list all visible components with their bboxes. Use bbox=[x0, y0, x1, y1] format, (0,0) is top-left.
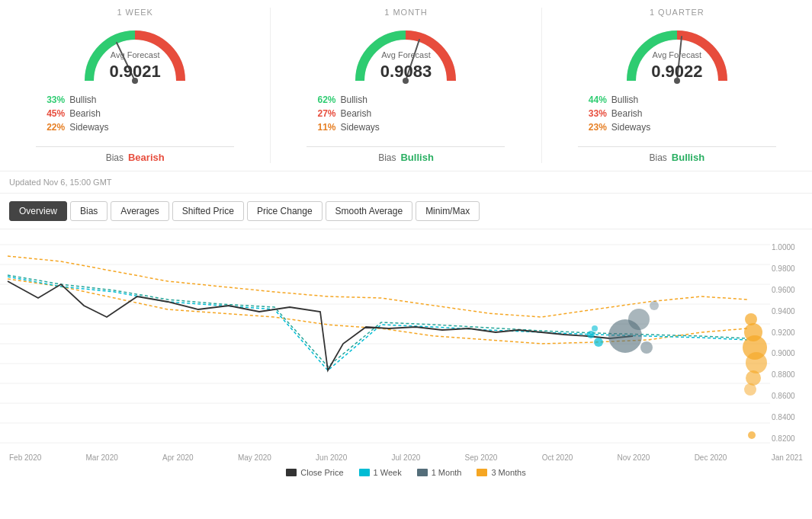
y-label-9800: 0.9800 bbox=[772, 264, 810, 273]
x-label-oct2020: Oct 2020 bbox=[542, 453, 573, 462]
y-label-8600: 0.8600 bbox=[772, 392, 810, 400]
bias-value-1w: Bearish bbox=[128, 152, 165, 163]
tab-price-change[interactable]: Price Change bbox=[247, 201, 323, 221]
bullish-pct-1w: 33% bbox=[36, 95, 65, 105]
legend-close-price-color bbox=[286, 469, 297, 476]
x-label-apr2020: Apr 2020 bbox=[162, 453, 194, 462]
tabs-bar: Overview Bias Averages Shifted Price Pri… bbox=[0, 194, 812, 229]
bearish-pct-1q: 33% bbox=[578, 108, 607, 119]
tab-smooth-average[interactable]: Smooth Average bbox=[326, 201, 413, 221]
x-label-jul2020: Jul 2020 bbox=[392, 453, 421, 462]
bias-row-1m: Bias Bullish bbox=[378, 152, 434, 163]
tab-bias[interactable]: Bias bbox=[70, 201, 108, 221]
y-label-10000: 1.0000 bbox=[772, 243, 810, 251]
updated-text: Updated Nov 6, 15:00 GMT bbox=[0, 171, 812, 194]
gauge-1week-value: 0.9021 bbox=[110, 62, 161, 82]
gauge-1month-container: Avg Forecast 0.9083 bbox=[345, 20, 467, 88]
bias-label-1q: Bias bbox=[649, 152, 666, 163]
sideways-row-1m: 11% Sideways bbox=[307, 122, 505, 133]
legend-3months-color bbox=[477, 469, 487, 476]
x-label-feb2020: Feb 2020 bbox=[9, 453, 41, 462]
gauge-1week-title: 1 WEEK bbox=[117, 8, 153, 17]
gauge-1month-label: Avg Forecast bbox=[381, 50, 431, 59]
bearish-row-1q: 33% Bearish bbox=[578, 108, 776, 119]
bubble-3month-low bbox=[748, 431, 756, 439]
legend-3months-label: 3 Months bbox=[491, 468, 525, 477]
legend-1month-label: 1 Month bbox=[432, 468, 462, 477]
sideways-pct-1w: 22% bbox=[36, 122, 65, 133]
close-price-line bbox=[8, 281, 633, 370]
legend-1month-color bbox=[417, 469, 428, 476]
bubble-3month-6 bbox=[744, 383, 756, 396]
bubble-3month-5 bbox=[746, 370, 761, 386]
gauge-1quarter-value: 0.9022 bbox=[651, 62, 702, 82]
bearish-label-1m: Bearish bbox=[340, 108, 371, 119]
y-label-8400: 0.8400 bbox=[772, 413, 810, 421]
legend-3months: 3 Months bbox=[477, 468, 525, 477]
bullish-row-1w: 33% Bullish bbox=[36, 95, 234, 105]
bias-row-1w: Bias Bearish bbox=[106, 152, 165, 163]
gauge-1week-stats: 33% Bullish 45% Bearish 22% Sideways bbox=[36, 95, 234, 136]
bearish-row-1w: 45% Bearish bbox=[36, 108, 234, 119]
gauge-1month: 1 MONTH Avg Forecast 0.9083 62% Bullish … bbox=[271, 8, 541, 163]
bullish-label-1m: Bullish bbox=[340, 95, 367, 105]
bias-label-1m: Bias bbox=[378, 152, 396, 163]
bubble-1week-3 bbox=[592, 325, 598, 332]
bullish-label-1q: Bullish bbox=[611, 95, 638, 105]
gauge-1week-container: Avg Forecast 0.9021 bbox=[74, 20, 196, 88]
gauges-section: 1 WEEK Avg Forecast 0.9021 33% Bullish bbox=[0, 0, 812, 171]
sideways-label-1m: Sideways bbox=[340, 122, 379, 133]
bullish-pct-1m: 62% bbox=[307, 95, 335, 105]
bubble-1week-1 bbox=[587, 331, 595, 338]
x-label-nov2020: Nov 2020 bbox=[618, 453, 650, 462]
gauge-1week: 1 WEEK Avg Forecast 0.9021 33% Bullish bbox=[0, 8, 271, 163]
x-axis: Feb 2020 Mar 2020 Apr 2020 May 2020 Jun … bbox=[0, 450, 812, 462]
divider-1w bbox=[36, 146, 234, 147]
bias-row-1q: Bias Bullish bbox=[649, 152, 704, 163]
gauge-1month-value: 0.9083 bbox=[380, 62, 432, 82]
x-label-jan2021: Jan 2021 bbox=[772, 453, 803, 462]
gauge-1week-label: Avg Forecast bbox=[111, 50, 160, 59]
bullish-row-1m: 62% Bullish bbox=[307, 95, 505, 105]
gauge-1month-stats: 62% Bullish 27% Bearish 11% Sideways bbox=[307, 95, 505, 136]
y-label-8200: 0.8200 bbox=[772, 434, 810, 443]
y-axis: 1.0000 0.9800 0.9600 0.9400 0.9200 0.900… bbox=[770, 229, 812, 450]
bubble-1month-tiny bbox=[650, 301, 659, 310]
legend-close-price-label: Close Price bbox=[300, 468, 343, 477]
tab-shifted-price[interactable]: Shifted Price bbox=[172, 201, 244, 221]
tab-overview[interactable]: Overview bbox=[9, 201, 67, 221]
sideways-label-1q: Sideways bbox=[611, 122, 650, 133]
divider-1m bbox=[307, 146, 505, 147]
x-label-sep2020: Sep 2020 bbox=[465, 453, 498, 462]
legend-close-price: Close Price bbox=[286, 468, 343, 477]
x-label-mar2020: Mar 2020 bbox=[86, 453, 118, 462]
bullish-label-1w: Bullish bbox=[69, 95, 96, 105]
bearish-pct-1w: 45% bbox=[36, 108, 65, 119]
legend-1week-color bbox=[359, 469, 370, 476]
y-label-9400: 0.9400 bbox=[772, 307, 810, 316]
bearish-row-1m: 27% Bearish bbox=[307, 108, 505, 119]
chart-legend: Close Price 1 Week 1 Month 3 Months bbox=[0, 462, 812, 480]
x-label-jun2020: Jun 2020 bbox=[316, 453, 347, 462]
gauge-1quarter-container: Avg Forecast 0.9022 bbox=[616, 20, 738, 88]
bubble-1week-2 bbox=[594, 338, 603, 347]
bubble-1month-mid bbox=[628, 309, 650, 330]
bubble-1month-small bbox=[640, 341, 653, 354]
gauge-1quarter: 1 QUARTER Avg Forecast 0.9022 44% Bullis… bbox=[542, 8, 812, 163]
gauge-1quarter-label: Avg Forecast bbox=[653, 50, 702, 59]
divider-1q bbox=[578, 146, 776, 147]
y-label-9200: 0.9200 bbox=[772, 328, 810, 337]
bias-value-1q: Bullish bbox=[672, 152, 704, 163]
tab-minim-max[interactable]: Minim/Max bbox=[416, 201, 480, 221]
bias-value-1m: Bullish bbox=[400, 152, 433, 163]
bearish-pct-1m: 27% bbox=[307, 108, 335, 119]
bearish-label-1w: Bearish bbox=[69, 108, 101, 119]
bullish-row-1q: 44% Bullish bbox=[578, 95, 776, 105]
bubble-3month-4 bbox=[746, 352, 767, 373]
sideways-row-1w: 22% Sideways bbox=[36, 122, 234, 133]
chart-area: 1.0000 0.9800 0.9600 0.9400 0.9200 0.900… bbox=[0, 229, 812, 511]
tab-averages[interactable]: Averages bbox=[111, 201, 168, 221]
bias-label-1w: Bias bbox=[106, 152, 124, 163]
sideways-pct-1m: 11% bbox=[307, 122, 335, 133]
sideways-pct-1q: 23% bbox=[578, 122, 607, 133]
